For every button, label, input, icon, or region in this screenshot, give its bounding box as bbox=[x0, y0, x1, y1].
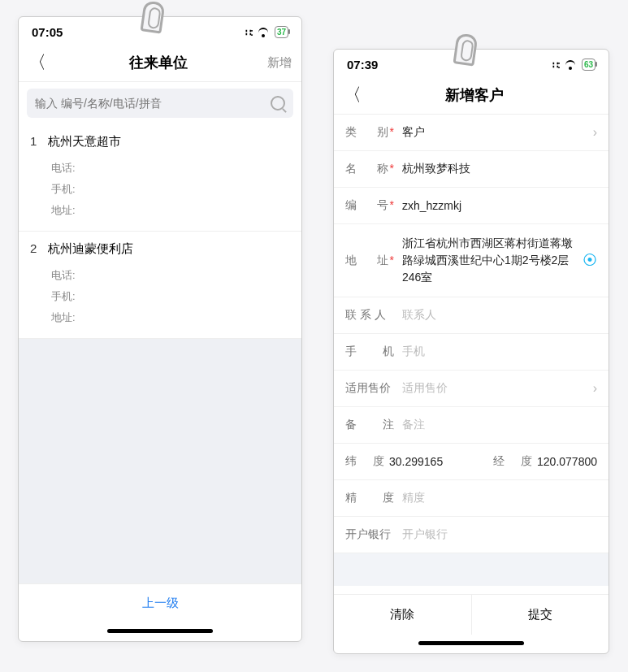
location-pin-icon[interactable]: ⦿ bbox=[583, 252, 597, 269]
back-button[interactable]: 〈 bbox=[344, 83, 362, 107]
status-time: 07:05 bbox=[32, 25, 63, 39]
title-bar: 〈 往来单位 新增 bbox=[19, 44, 301, 82]
wifi-icon bbox=[257, 28, 270, 37]
contact-list[interactable]: 1 杭州天意超市 电话: 手机: 地址: 2 杭州迪蒙便利店 电话: 手机: 地… bbox=[19, 124, 301, 583]
page-title: 往来单位 bbox=[50, 53, 267, 72]
type-value: 客户 bbox=[402, 125, 585, 140]
home-indicator bbox=[418, 641, 524, 645]
address-row[interactable]: 地址* 浙江省杭州市西湖区蒋村街道蒋墩路绿城西溪世纪中心1期2号楼2层246室 … bbox=[334, 224, 609, 297]
code-value: zxh_hzzmkj bbox=[402, 199, 597, 212]
page-title: 新增客户 bbox=[365, 85, 584, 105]
search-icon bbox=[271, 96, 285, 111]
address-value: 浙江省杭州市西湖区蒋村街道蒋墩路绿城西溪世纪中心1期2号楼2层246室 bbox=[402, 235, 574, 286]
battery-icon: 63 bbox=[582, 59, 596, 71]
binder-clip-icon bbox=[453, 33, 478, 66]
search-input[interactable] bbox=[35, 97, 271, 110]
back-button[interactable]: 〈 bbox=[28, 50, 46, 75]
accuracy-placeholder: 精度 bbox=[402, 491, 597, 505]
longitude-value: 120.077800 bbox=[537, 455, 597, 468]
item-name: 杭州天意超市 bbox=[48, 134, 121, 150]
coords-row[interactable]: 纬度 30.299165 经度 120.077800 bbox=[334, 444, 609, 480]
contact-placeholder: 联系人 bbox=[402, 308, 597, 323]
phone-screen-contacts: 07:05 ∷: 37 〈 往来单位 新增 1 杭州天意超市 电话: 手机: 地… bbox=[18, 16, 302, 642]
item-index: 1 bbox=[30, 134, 37, 150]
submit-button[interactable]: 提交 bbox=[472, 595, 609, 635]
chevron-right-icon: › bbox=[593, 125, 597, 140]
home-indicator bbox=[107, 629, 213, 633]
cellular-icon: ∷: bbox=[245, 27, 252, 38]
add-new-action[interactable]: 新增 bbox=[267, 55, 292, 71]
item-name: 杭州迪蒙便利店 bbox=[48, 241, 133, 257]
chevron-right-icon: › bbox=[593, 381, 597, 396]
accuracy-row[interactable]: 精度 精度 bbox=[334, 480, 609, 517]
mobile-row[interactable]: 手机 手机 bbox=[334, 334, 609, 371]
mobile-placeholder: 手机 bbox=[402, 345, 597, 359]
latitude-value: 30.299165 bbox=[389, 455, 443, 468]
list-item[interactable]: 1 杭州天意超市 电话: 手机: 地址: bbox=[19, 124, 301, 232]
item-index: 2 bbox=[30, 241, 37, 257]
price-placeholder: 适用售价 bbox=[402, 381, 585, 396]
bank-row[interactable]: 开户银行 开户银行 bbox=[334, 517, 609, 553]
name-value: 杭州致梦科技 bbox=[402, 162, 597, 176]
search-bar[interactable] bbox=[27, 89, 293, 118]
item-details: 电话: 手机: 地址: bbox=[30, 265, 290, 328]
item-details: 电话: 手机: 地址: bbox=[30, 158, 290, 221]
list-item[interactable]: 2 杭州迪蒙便利店 电话: 手机: 地址: bbox=[19, 232, 301, 339]
code-row[interactable]: 编号* zxh_hzzmkj bbox=[334, 188, 609, 224]
cellular-icon: ∷: bbox=[552, 59, 559, 71]
contact-row[interactable]: 联 系 人 联系人 bbox=[334, 297, 609, 334]
button-bar: 清除 提交 bbox=[334, 594, 609, 635]
form-gap bbox=[334, 553, 609, 586]
price-row[interactable]: 适用售价 适用售价 › bbox=[334, 371, 609, 407]
bank-placeholder: 开户银行 bbox=[402, 527, 597, 542]
type-row[interactable]: 类别* 客户 › bbox=[334, 115, 609, 151]
remark-row[interactable]: 备注 备注 bbox=[334, 407, 609, 444]
name-row[interactable]: 名称* 杭州致梦科技 bbox=[334, 151, 609, 188]
remark-placeholder: 备注 bbox=[402, 418, 597, 432]
wifi-icon bbox=[564, 60, 577, 70]
customer-form: 类别* 客户 › 名称* 杭州致梦科技 编号* zxh_hzzmkj 地址* 浙… bbox=[334, 115, 609, 594]
binder-clip-icon bbox=[140, 0, 165, 33]
phone-screen-new-customer: 07:39 ∷: 63 〈 新增客户 类别* 客户 › 名称* 杭州致梦科技 编… bbox=[333, 49, 609, 654]
prev-level-link[interactable]: 上一级 bbox=[19, 583, 301, 622]
battery-icon: 37 bbox=[275, 26, 288, 38]
status-time: 07:39 bbox=[347, 58, 378, 72]
clear-button[interactable]: 清除 bbox=[334, 595, 472, 635]
title-bar: 〈 新增客户 bbox=[334, 76, 609, 115]
